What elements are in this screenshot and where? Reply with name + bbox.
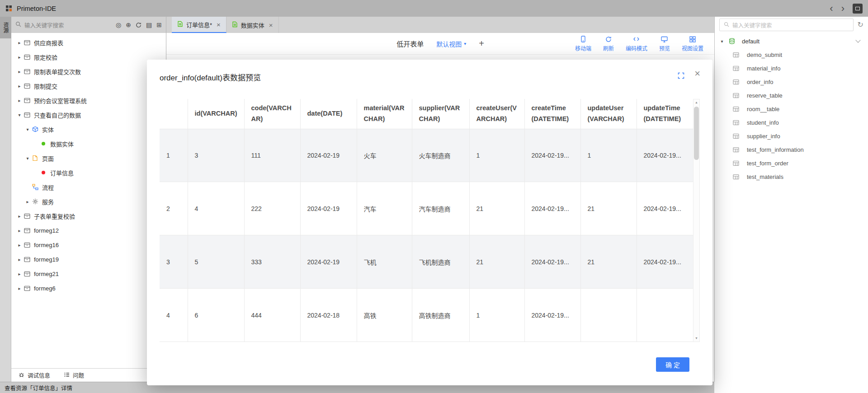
tree-item[interactable]: ▸子表单重复校验	[11, 209, 166, 223]
tree-item[interactable]: ▸限定校验	[11, 50, 166, 64]
db-table-item[interactable]: reserve_table	[715, 89, 868, 102]
tree-item[interactable]: ▸formeg12	[11, 223, 166, 238]
caret-right-icon[interactable]: ▸	[16, 40, 23, 45]
caret-right-icon[interactable]: ▸	[16, 55, 23, 60]
caret-right-icon[interactable]: ▸	[16, 84, 23, 89]
action-预览[interactable]: 预览	[659, 36, 670, 52]
copy-icon[interactable]: ⊞	[156, 21, 162, 28]
tree-item-label: formeg6	[34, 285, 56, 292]
db-table-item[interactable]: order_info	[715, 75, 868, 89]
db-table-item[interactable]: room__table	[715, 102, 868, 116]
view-selector[interactable]: 默认视图 ▾	[436, 39, 466, 48]
table-cell: 2024-02-18	[300, 289, 357, 342]
tree-item[interactable]: ▸预约会议室管理系统	[11, 93, 166, 108]
db-table-item[interactable]: test_materials	[715, 170, 868, 183]
table-icon	[732, 51, 740, 58]
app-title: Primeton-IDE	[17, 5, 56, 12]
close-icon[interactable]: ×	[269, 21, 273, 29]
close-icon[interactable]: ×	[217, 21, 221, 28]
table-scrollbar[interactable]: ▲ ▼	[693, 99, 700, 342]
db-table-item[interactable]: demo_submit	[715, 48, 868, 61]
tree-item[interactable]: ▸限制提交	[11, 79, 166, 93]
file-icon	[232, 21, 238, 29]
scrollbar-thumb[interactable]	[694, 107, 699, 160]
db-table-item[interactable]: material_info	[715, 61, 868, 75]
editor-tab[interactable]: 订单信息*×	[172, 17, 226, 33]
db-root-node[interactable]: ▾ default	[715, 34, 868, 48]
tree-item[interactable]: 流程	[11, 180, 166, 194]
editor-tab[interactable]: 数据实体×	[226, 17, 279, 33]
title-bar: Primeton-IDE ‹ ›	[0, 0, 868, 17]
tree-item[interactable]: 数据实体	[11, 136, 166, 151]
modal-body: id(VARCHAR)code(VARCHAR)date(DATE)materi…	[147, 83, 712, 342]
window-layout-icon[interactable]	[853, 4, 863, 14]
table-icon	[732, 92, 740, 99]
db-table-label: room__table	[747, 106, 779, 112]
caret-right-icon[interactable]: ▸	[16, 243, 23, 248]
table-cell: 6	[188, 289, 244, 342]
action-编码模式[interactable]: 编码模式	[626, 36, 647, 52]
tree-item[interactable]: ▸服务	[11, 194, 166, 209]
tree-item[interactable]: ▸formeg19	[11, 252, 166, 267]
caret-right-icon[interactable]: ▸	[24, 199, 31, 204]
caret-right-icon[interactable]: ▸	[16, 286, 23, 291]
action-移动端[interactable]: 移动端	[575, 36, 591, 52]
module-icon	[23, 39, 31, 46]
caret-right-icon[interactable]: ▸	[16, 228, 23, 233]
column-header: createTime (DATETIME)	[524, 99, 580, 129]
caret-right-icon[interactable]: ▸	[16, 257, 23, 262]
caret-right-icon[interactable]: ▸	[16, 69, 23, 74]
scroll-down-icon[interactable]: ▼	[693, 335, 699, 342]
caret-down-icon[interactable]: ▾	[24, 156, 31, 161]
fullscreen-icon[interactable]	[678, 72, 684, 81]
db-search-input[interactable]: 输入关键字搜索	[719, 19, 854, 31]
db-search-row: 输入关键字搜索 ↻	[715, 17, 868, 33]
nav-back-icon[interactable]: ‹	[830, 4, 833, 13]
db-table-item[interactable]: supplier_info	[715, 129, 868, 143]
scroll-up-icon[interactable]: ▲	[693, 99, 699, 106]
action-刷新[interactable]: 刷新	[603, 36, 614, 52]
activity-tab-resources[interactable]: 资源	[0, 17, 11, 38]
list-icon[interactable]: ▤	[146, 21, 152, 28]
locate-icon[interactable]: ◎	[116, 21, 121, 28]
tree-item-label: 供应商报表	[34, 38, 63, 47]
tree-item[interactable]: 订单信息	[11, 165, 166, 180]
action-label: 编码模式	[626, 44, 647, 52]
collapse-chevron-icon[interactable]	[855, 37, 860, 42]
caret-down-icon[interactable]: ▾	[16, 112, 23, 117]
bottom-tab[interactable]: 问题	[64, 371, 84, 379]
ok-button[interactable]: 确 定	[656, 357, 689, 372]
table-icon	[732, 173, 740, 180]
scrollbar-track[interactable]	[693, 106, 699, 335]
data-preview-table: id(VARCHAR)code(VARCHAR)date(DATE)materi…	[160, 99, 693, 342]
tree-item[interactable]: ▸formeg21	[11, 267, 166, 281]
tree-item[interactable]: ▸限制表单提交次数	[11, 64, 166, 79]
add-view-button[interactable]: +	[479, 38, 484, 49]
caret-right-icon[interactable]: ▸	[16, 98, 23, 103]
action-视图设置[interactable]: 视图设置	[682, 36, 703, 52]
caret-down-icon[interactable]: ▾	[24, 127, 31, 132]
tree-item-label: 限制提交	[34, 82, 57, 90]
caret-right-icon[interactable]: ▸	[16, 271, 23, 276]
nav-forward-icon[interactable]: ›	[841, 4, 844, 13]
tree-item[interactable]: ▸供应商报表	[11, 35, 166, 50]
db-table-item[interactable]: student_info	[715, 116, 868, 129]
table-cell: 2024-02-19...	[637, 235, 693, 289]
refresh-icon[interactable]	[136, 22, 142, 28]
resource-search-input[interactable]: 输入关键字搜索	[15, 21, 116, 29]
db-table-item[interactable]: test_form_information	[715, 143, 868, 156]
tree-item[interactable]: ▾页面	[11, 151, 166, 165]
caret-right-icon[interactable]: ▸	[16, 214, 23, 219]
module-icon	[23, 82, 31, 89]
db-table-item[interactable]: test_form_order	[715, 156, 868, 170]
refresh-icon[interactable]: ↻	[858, 21, 863, 28]
bottom-tab[interactable]: 调试信息	[19, 371, 50, 379]
close-icon[interactable]: ×	[694, 69, 700, 79]
tree-item[interactable]: ▸formeg6	[11, 281, 166, 295]
editor-tab-label: 数据实体	[241, 21, 264, 29]
tree-item[interactable]: ▾只查看自己的数据	[11, 108, 166, 122]
tree-item-label: 服务	[42, 197, 54, 206]
tree-item[interactable]: ▸formeg16	[11, 238, 166, 252]
tree-item[interactable]: ▾实体	[11, 122, 166, 136]
add-icon[interactable]: ⊕	[126, 21, 131, 28]
